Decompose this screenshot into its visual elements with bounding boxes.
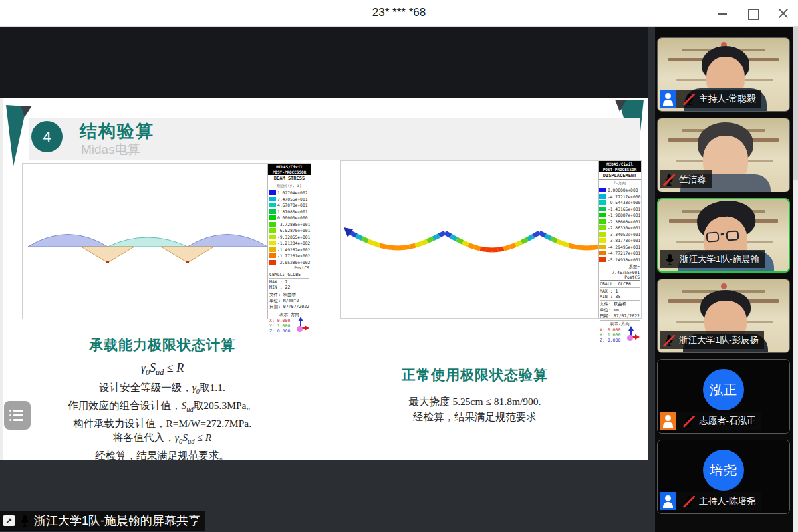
mic-muted-icon (682, 414, 696, 428)
midas-legend-right: MIDAS/CivilPOST-PROCESSOR DISPLACEMENT Z… (598, 161, 641, 318)
participant-tile[interactable]: 浙江大学1队-彭辰扬 (657, 279, 790, 353)
participant-tile[interactable]: 竺洁蓉 (657, 118, 790, 192)
result-type: DISPLACEMENT (598, 172, 641, 180)
sls-text-block: 正常使用极限状态验算 最大挠度 5.25cm ≤ 81.8m/900. 经检算，… (315, 366, 634, 424)
slide-subtitle: Midas电算 (81, 141, 140, 158)
scrollbar-thumb[interactable] (793, 27, 798, 180)
role-badge (660, 90, 676, 108)
screen-share-stage: 4 结构验算 Midas电算 MIDAS/CivilPOST-PROCESSOR (0, 27, 655, 532)
mic-muted-icon (662, 173, 676, 186)
sls-title: 正常使用极限状态验算 (315, 366, 634, 384)
mic-live-icon (663, 253, 676, 266)
color-scale: 0.00000e+000-4.77217e+000-9.54433e+000-1… (598, 187, 641, 263)
slide-title: 结构验算 (80, 120, 154, 143)
participant-tile[interactable]: 主持人-常聪毅 (657, 37, 790, 112)
color-scale: 1.02704e+0027.47055e+0014.67070e+0011.87… (268, 190, 311, 265)
presentation-slide: 4 结构验算 Midas电算 MIDAS/CivilPOST-PROCESSOR (0, 98, 648, 460)
axis-triad-icon (293, 315, 309, 334)
screen-share-icon: ↗ (3, 515, 15, 526)
maximize-icon[interactable] (747, 8, 758, 19)
avatar: 培尧 (703, 450, 744, 491)
participant-tile[interactable]: 泓正 志愿者-石泓正 (657, 359, 790, 434)
uls-title: 承载能力极限状态计算 (29, 336, 295, 354)
participant-namebar: 志愿者-石泓正 (660, 412, 761, 430)
sidebar-scrollbar[interactable] (793, 27, 798, 532)
role-badge (660, 412, 676, 430)
screen-share-indicator: ↗ 浙江大学1队-施晨翰的屏幕共享 (0, 511, 205, 531)
slide-letterbox-top (0, 27, 648, 98)
midas-beam-stress-figure: MIDAS/CivilPOST-PROCESSOR BEAM STRESS 组合… (22, 163, 311, 319)
midas-displacement-figure: MIDAS/CivilPOST-PROCESSOR DISPLACEMENT Z… (340, 160, 642, 319)
chapter-list-button[interactable] (4, 401, 31, 430)
section-number-badge: 4 (31, 121, 63, 152)
uls-text-block: 承载能力极限状态计算 γ0Sud ≤ R 设计安全等级一级，γ0取1.1. 作用… (29, 336, 295, 462)
participant-namebar: 主持人-常聪毅 (660, 90, 761, 108)
window-title: 23* *** *68 (0, 6, 798, 19)
mic-muted-icon (682, 495, 696, 508)
share-bar-text: 浙江大学1队-施晨翰的屏幕共享 (34, 513, 200, 529)
participant-namebar: 浙江大学1队-彭辰扬 (660, 331, 764, 349)
participant-tile-active-speaker[interactable]: 浙江大学1队-施晨翰 (657, 198, 790, 273)
participant-namebar: 竺洁蓉 (660, 170, 712, 188)
avatar: 泓正 (703, 369, 744, 410)
window-titlebar: 23* *** *68 (0, 0, 798, 27)
mic-muted-icon (662, 334, 676, 347)
participant-namebar: 主持人-陈培尧 (660, 492, 761, 510)
mic-muted-icon (682, 92, 696, 106)
axis-triad-icon (624, 325, 640, 343)
minimize-icon[interactable] (717, 8, 728, 19)
participant-tile[interactable]: 培尧 主持人-陈培尧 (657, 440, 790, 514)
role-badge (660, 492, 676, 510)
midas-legend-left: MIDAS/CivilPOST-PROCESSOR BEAM STRESS 组合… (267, 164, 311, 319)
mic-live-icon (18, 514, 31, 527)
close-icon[interactable] (778, 8, 789, 19)
result-type: BEAM STRESS (268, 175, 311, 182)
participant-namebar: 浙江大学1队-施晨翰 (660, 250, 765, 268)
participants-sidebar: 主持人-常聪毅 竺洁蓉 (655, 27, 798, 532)
midas-app-name: MIDAS/Civil (268, 164, 311, 170)
